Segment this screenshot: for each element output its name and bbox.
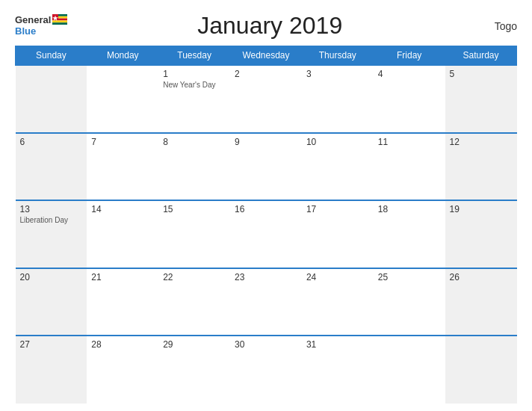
calendar-week-3: 13Liberation Day141516171819 — [16, 200, 517, 268]
day-number: 22 — [163, 272, 226, 282]
calendar-cell: 23 — [230, 268, 302, 336]
calendar-cell: 21 — [87, 268, 158, 336]
calendar-cell: 4 — [374, 65, 445, 133]
calendar-cell: 16 — [230, 200, 302, 268]
day-number: 26 — [450, 272, 513, 282]
day-number: 17 — [306, 204, 369, 214]
calendar-cell — [87, 65, 158, 133]
day-number: 9 — [235, 137, 297, 147]
day-number: 10 — [306, 137, 369, 147]
day-number: 23 — [235, 272, 297, 282]
calendar-cell: 31 — [302, 336, 374, 404]
day-number: 11 — [378, 137, 441, 147]
calendar-cell: 29 — [158, 336, 230, 404]
col-header-monday: Monday — [87, 46, 158, 66]
svg-rect-5 — [52, 23, 67, 25]
holiday-label: Liberation Day — [20, 216, 83, 224]
day-number: 16 — [235, 204, 297, 214]
col-header-friday: Friday — [374, 46, 445, 66]
day-number: 5 — [450, 69, 513, 79]
col-header-sunday: Sunday — [16, 46, 87, 66]
calendar-week-5: 2728293031 — [16, 336, 517, 404]
calendar-cell: 15 — [158, 200, 230, 268]
day-number: 21 — [91, 272, 154, 282]
holiday-label: New Year's Day — [163, 81, 226, 89]
day-number: 3 — [306, 69, 369, 79]
col-header-thursday: Thursday — [302, 46, 374, 66]
calendar-cell: 6 — [16, 133, 87, 201]
calendar-header-row: SundayMondayTuesdayWednesdayThursdayFrid… — [16, 46, 517, 66]
logo-flag-icon — [52, 14, 67, 25]
day-number: 12 — [450, 137, 513, 147]
day-number: 25 — [378, 272, 441, 282]
col-header-wednesday: Wednesday — [230, 46, 302, 66]
day-number: 14 — [91, 204, 154, 214]
day-number: 15 — [163, 204, 226, 214]
calendar-title: January 2019 — [67, 12, 472, 40]
col-header-saturday: Saturday — [445, 46, 517, 66]
day-number: 29 — [163, 339, 226, 350]
day-number: 7 — [91, 137, 154, 147]
calendar-cell — [445, 336, 517, 404]
day-number: 31 — [306, 339, 369, 350]
col-header-tuesday: Tuesday — [158, 46, 230, 66]
calendar-cell: 18 — [374, 200, 445, 268]
calendar-week-1: 1New Year's Day2345 — [16, 65, 517, 133]
calendar-cell: 3 — [302, 65, 374, 133]
logo-blue-text: Blue — [15, 26, 67, 37]
calendar-cell: 10 — [302, 133, 374, 201]
country-label: Togo — [472, 20, 517, 32]
day-number: 18 — [378, 204, 441, 214]
calendar-cell: 12 — [445, 133, 517, 201]
day-number: 2 — [235, 69, 297, 79]
calendar-cell: 17 — [302, 200, 374, 268]
calendar-page: General Blue January 2019 Togo SundayMon… — [0, 0, 532, 411]
calendar-cell: 14 — [87, 200, 158, 268]
calendar-cell: 8 — [158, 133, 230, 201]
calendar-cell: 27 — [16, 336, 87, 404]
calendar-cell: 2 — [230, 65, 302, 133]
calendar-cell: 30 — [230, 336, 302, 404]
calendar-cell: 28 — [87, 336, 158, 404]
day-number: 24 — [306, 272, 369, 282]
day-number: 13 — [20, 204, 83, 214]
calendar-week-4: 20212223242526 — [16, 268, 517, 336]
calendar-cell: 13Liberation Day — [16, 200, 87, 268]
calendar-table: SundayMondayTuesdayWednesdayThursdayFrid… — [15, 46, 517, 404]
calendar-week-2: 6789101112 — [16, 133, 517, 201]
day-number: 20 — [20, 272, 83, 282]
day-number: 8 — [163, 137, 226, 147]
calendar-cell: 24 — [302, 268, 374, 336]
calendar-cell: 22 — [158, 268, 230, 336]
day-number: 4 — [378, 69, 441, 79]
calendar-cell: 25 — [374, 268, 445, 336]
calendar-cell: 1New Year's Day — [158, 65, 230, 133]
calendar-cell: 20 — [16, 268, 87, 336]
day-number: 1 — [163, 69, 226, 79]
calendar-cell: 5 — [445, 65, 517, 133]
calendar-cell — [374, 336, 445, 404]
day-number: 27 — [20, 339, 83, 350]
svg-rect-4 — [52, 21, 67, 23]
calendar-cell: 19 — [445, 200, 517, 268]
day-number: 28 — [91, 339, 154, 350]
calendar-cell: 26 — [445, 268, 517, 336]
calendar-cell: 7 — [87, 133, 158, 201]
day-number: 30 — [235, 339, 297, 350]
calendar-header: General Blue January 2019 Togo — [15, 12, 517, 40]
logo-general-text: General — [15, 15, 51, 25]
day-number: 19 — [450, 204, 513, 214]
calendar-cell: 9 — [230, 133, 302, 201]
day-number: 6 — [20, 137, 83, 147]
calendar-cell — [16, 65, 87, 133]
calendar-cell: 11 — [374, 133, 445, 201]
logo: General Blue — [15, 15, 67, 37]
